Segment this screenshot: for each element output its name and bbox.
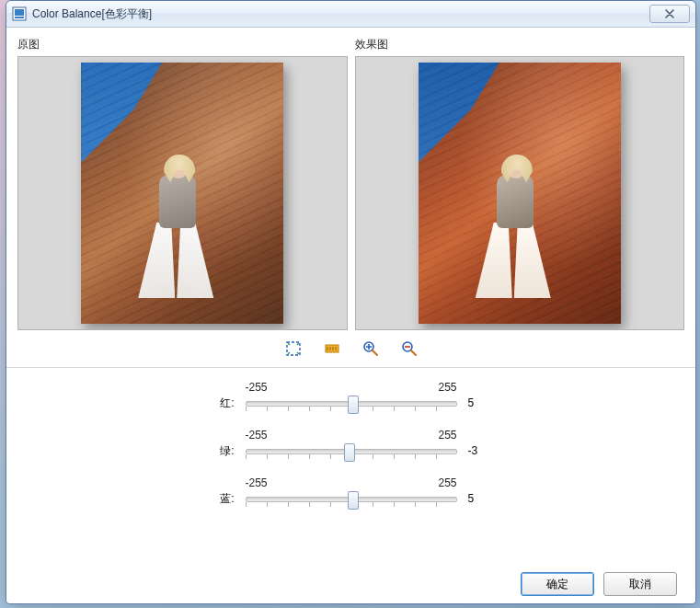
ok-button-label: 确定 [546, 577, 568, 592]
button-bar: 确定 取消 [17, 563, 684, 596]
effect-preview[interactable] [355, 56, 685, 330]
cancel-button[interactable]: 取消 [603, 572, 677, 596]
svg-rect-2 [15, 17, 24, 18]
green-value: -3 [463, 444, 509, 457]
blue-value: 5 [463, 492, 509, 505]
actual-size-button[interactable] [323, 339, 341, 358]
blue-slider[interactable] [246, 489, 457, 508]
red-slider-row: -255 255 红: 5 [194, 381, 509, 412]
zoom-in-icon [362, 340, 379, 357]
original-column: 原图 [17, 37, 348, 330]
titlebar[interactable]: Color Balance[色彩平衡] [6, 1, 695, 28]
red-max-label: 255 [438, 381, 456, 394]
red-min-label: -255 [246, 381, 268, 394]
svg-rect-1 [15, 9, 24, 16]
cancel-button-label: 取消 [629, 577, 651, 592]
dialog-content: 原图 [6, 28, 695, 603]
red-slider-thumb[interactable] [348, 396, 359, 414]
original-preview[interactable] [17, 56, 348, 330]
green-max-label: 255 [438, 429, 456, 442]
green-slider-row: -255 255 绿: -3 [194, 429, 509, 460]
zoom-out-icon [401, 340, 418, 357]
zoom-out-button[interactable] [400, 339, 419, 358]
original-label: 原图 [17, 37, 348, 52]
green-slider[interactable] [246, 442, 457, 460]
red-value: 5 [463, 396, 509, 409]
dialog-window: Color Balance[色彩平衡] 原图 [6, 0, 696, 604]
effect-label: 效果图 [355, 37, 685, 52]
effect-column: 效果图 [355, 37, 685, 330]
preview-row: 原图 [17, 37, 684, 330]
blue-slider-row: -255 255 蓝: 5 [194, 476, 509, 508]
window-title: Color Balance[色彩平衡] [32, 6, 649, 22]
red-channel-label: 红: [220, 396, 239, 411]
fit-window-button[interactable] [284, 339, 303, 358]
green-slider-thumb[interactable] [344, 443, 355, 462]
blue-slider-thumb[interactable] [348, 491, 359, 510]
zoom-toolbar [17, 330, 684, 363]
zoom-in-button[interactable] [361, 339, 380, 358]
blue-min-label: -255 [246, 476, 268, 489]
actual-size-icon [324, 340, 340, 357]
red-slider[interactable] [246, 394, 457, 412]
effect-image [419, 63, 621, 324]
close-button[interactable] [649, 5, 690, 23]
original-image [81, 63, 283, 324]
green-channel-label: 绿: [220, 443, 239, 459]
blue-max-label: 255 [438, 476, 456, 489]
green-min-label: -255 [246, 429, 268, 442]
blue-channel-label: 蓝: [220, 491, 239, 507]
ok-button[interactable]: 确定 [521, 572, 594, 596]
fit-window-icon [285, 340, 302, 357]
app-icon [12, 6, 27, 21]
sliders-panel: -255 255 红: 5 -255 255 绿: - [17, 368, 684, 508]
